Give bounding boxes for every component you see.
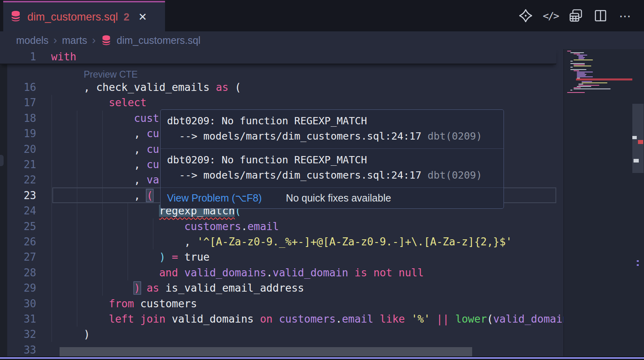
code-token: , [134,128,147,140]
code-token: , [184,236,197,248]
overview-ruler-bracket-mark [637,260,639,262]
error-source: dbt(0209) [427,169,482,181]
tab-bar: dim_customers.sql 2 ✕ </> [0,0,644,31]
minimap-error-line [576,78,632,80]
code-token: cu [147,158,159,171]
code-token: ) [84,328,90,340]
code-token: cu [147,128,159,140]
breadcrumb-models[interactable]: models [16,35,49,46]
sticky-code: with [51,51,76,63]
query-results-icon[interactable] [568,8,583,23]
code-token: valid_domains [493,313,564,325]
code-token: . [266,267,273,279]
code-token: true [178,251,209,263]
code-token: ( [487,313,493,325]
code-token [374,313,380,325]
code-token: customers [140,298,197,310]
code-line-26[interactable]: , '^[A-Za-z0-9._%+-]+@[A-Za-z0-9.-]+\.[A… [58,234,512,249]
close-tab-icon[interactable]: ✕ [138,11,147,23]
code-line-20[interactable]: , cu [58,142,159,157]
quick-fix-hint: No quick fixes available [286,192,391,204]
chevron-right-icon: › [92,34,95,47]
compile-sql-icon[interactable]: </> [543,8,558,23]
code-token: , check_valid_emails [84,81,216,93]
code-token [140,282,147,294]
error-message: dbt0209: No function REGEXP_MATCH [167,152,497,168]
code-token: is not null [348,267,424,279]
code-token: ( [147,189,153,202]
editor-actions: </> ⋯ [518,0,633,31]
code-line-30[interactable]: from customers [58,296,197,311]
code-token: , [134,174,147,186]
code-token: lower [455,313,487,325]
code-line-29[interactable]: ) as is_valid_email_address [58,280,304,296]
code-token [165,251,172,263]
code-token: customers [184,220,241,232]
code-token: like [380,313,411,325]
code-line-27[interactable]: ) = true [58,249,210,265]
preview-cte-codelens[interactable]: Preview CTE [84,69,138,80]
code-token: as [216,81,228,93]
code-token: is_valid_email_address [159,282,304,294]
code-line-25[interactable]: customers.email [58,219,279,234]
code-token: ) [159,251,165,263]
sticky-scroll-row[interactable]: 1 with [0,49,556,64]
error-hover-tooltip: dbt0209: No function REGEXP_MATCH --> mo… [160,109,504,209]
more-actions-icon[interactable]: ⋯ [618,8,633,23]
error-location: --> models/marts/dim_customers.sql:24:17… [167,168,497,183]
breadcrumb-marts[interactable]: marts [62,35,87,46]
code-token: from [109,298,140,310]
code-token: left join [109,313,172,325]
code-editor[interactable]: 161718192021222324252627282930313233 , c… [0,49,644,356]
error-item: dbt0209: No function REGEXP_MATCH --> mo… [161,110,504,148]
breadcrumb: models › marts › dim_customers.sql [16,31,200,49]
view-problem-link[interactable]: View Problem (⌥F8) [167,192,262,204]
horizontal-scrollbar[interactable] [60,347,472,356]
code-token: || [436,313,449,325]
code-token: = [172,251,178,263]
dbt-power-user-icon[interactable] [518,8,533,23]
code-token: cu [147,143,159,155]
breadcrumb-file[interactable]: dim_customers.sql [117,35,200,46]
minimap[interactable] [564,49,644,356]
database-icon [101,35,112,46]
window-bottom-border [0,356,644,360]
code-token: and [159,267,184,279]
code-token: ( [229,81,241,93]
code-line-21[interactable]: , cu [58,157,159,172]
code-token: va [147,174,159,186]
code-line-16[interactable]: , check_valid_emails as ( [58,80,241,95]
tab-problem-badge: 2 [124,11,129,23]
error-message: dbt0209: No function REGEXP_MATCH [167,113,497,129]
code-line-22[interactable]: , va [58,172,159,187]
tab-dim-customers[interactable]: dim_customers.sql 2 ✕ [3,1,165,31]
code-token: cust [134,112,159,124]
code-token: . [336,313,342,325]
editor-window: dim_customers.sql 2 ✕ </> [0,0,644,360]
code-line-23[interactable]: , ( [58,188,153,203]
code-token [449,313,456,325]
code-line-32[interactable]: ) [58,327,90,342]
overview-ruler-bracket-mark [637,264,639,266]
code-line-17[interactable]: select [58,95,147,110]
code-line-19[interactable]: , cu [58,126,159,141]
code-token: valid_domains [184,267,266,279]
database-icon [10,10,22,24]
code-token: email [248,220,279,232]
code-token: valid_domains [172,313,260,325]
code-token: customers [279,313,336,325]
code-token: '^[A-Za-z0-9._%+-]+@[A-Za-z0-9.-]+\.[A-Z… [197,236,512,248]
error-source: dbt(0209) [427,130,482,142]
code-token: email [342,313,373,325]
code-token: select [109,97,147,109]
code-line-28[interactable]: and valid_domains.valid_domain is not nu… [58,265,424,280]
code-token: on [260,313,279,325]
error-item: dbt0209: No function REGEXP_MATCH --> mo… [161,148,504,187]
code-token: '%' [411,313,430,325]
code-line-31[interactable]: left join valid_domains on customers.ema… [58,311,564,327]
overview-ruler-mark [634,159,639,163]
split-editor-icon[interactable] [593,8,608,23]
tab-title: dim_customers.sql [27,11,118,23]
code-token: ) [134,282,140,294]
code-line-18[interactable]: cust [58,111,159,126]
